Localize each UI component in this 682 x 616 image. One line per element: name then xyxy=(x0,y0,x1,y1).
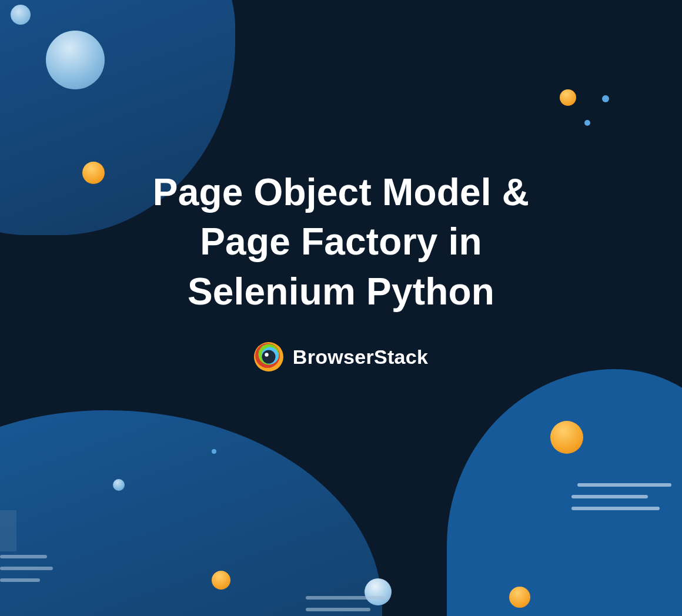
decorative-circle xyxy=(550,421,583,454)
decorative-circle xyxy=(212,449,216,454)
browserstack-logo-icon xyxy=(254,342,283,371)
title-line: Selenium Python xyxy=(188,270,494,313)
title-line: Page Object Model & xyxy=(153,171,529,213)
brand-row: BrowserStack xyxy=(254,342,428,371)
decorative-circle xyxy=(560,89,576,106)
decorative-circle xyxy=(509,587,530,608)
svg-point-5 xyxy=(265,353,268,357)
decorative-lines xyxy=(306,596,394,611)
decorative-circle xyxy=(584,120,590,126)
svg-point-4 xyxy=(262,350,275,364)
decorative-rect xyxy=(0,510,16,551)
title-line: Page Factory in xyxy=(200,220,482,263)
decorative-circle xyxy=(11,5,31,25)
hero-graphic: Page Object Model & Page Factory in Sele… xyxy=(0,0,682,616)
decorative-blob xyxy=(0,410,382,616)
hero-content: Page Object Model & Page Factory in Sele… xyxy=(0,168,682,374)
decorative-lines xyxy=(0,555,53,582)
decorative-circle xyxy=(113,479,125,491)
decorative-circle xyxy=(602,95,609,102)
decorative-circle xyxy=(46,31,105,89)
decorative-lines xyxy=(571,483,671,510)
decorative-circle xyxy=(212,571,230,590)
hero-title: Page Object Model & Page Factory in Sele… xyxy=(88,168,594,316)
brand-name: BrowserStack xyxy=(293,346,428,369)
